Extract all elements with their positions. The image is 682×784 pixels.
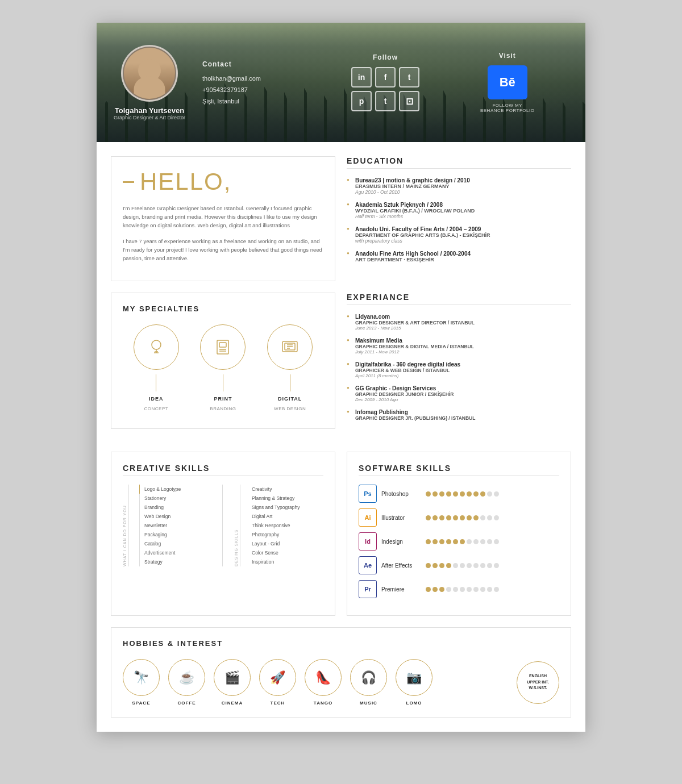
- print-icon: [213, 337, 233, 357]
- creative-skills-title: CREATIVE SKILLS: [123, 464, 323, 476]
- hobby-label: MUSIC: [360, 700, 377, 706]
- list-item: Stationery: [139, 494, 211, 503]
- svg-rect-5: [219, 343, 226, 347]
- skill-dot-filled: [439, 587, 444, 592]
- exp-item-sub: GRAPHIC DESIGNER & ART DIRECTOR / ISTANB…: [355, 320, 571, 326]
- skill-dot-filled: [433, 563, 438, 568]
- skill-dot-filled: [460, 491, 465, 497]
- skill-dot-filled: [446, 539, 451, 544]
- edu-item-sub: DEPARTMENT OF GRAPHIC ARTS (B.F.A.) - ES…: [355, 232, 571, 238]
- linkedin-icon[interactable]: in: [351, 67, 372, 87]
- person-title: Graphic Designer & Art Director: [114, 115, 185, 120]
- social-icons-grid: in f t p t ⊡: [351, 67, 419, 111]
- hobby-label: SPACE: [132, 700, 151, 706]
- education-item: Akademia Sztuk Pięknych / 2008 WYDZIAL G…: [347, 202, 571, 219]
- exp-item-title: Maksimum Media: [355, 337, 571, 344]
- skill-dot-filled: [426, 587, 431, 592]
- idea-circle: [134, 324, 179, 370]
- sw-name: After Effects: [381, 562, 421, 569]
- behance-icon[interactable]: Bē: [488, 65, 527, 99]
- visit-label: Visit: [499, 52, 516, 60]
- experience-item: GG Graphic - Design Services GRAPHIC DES…: [347, 385, 571, 402]
- skill-dot-empty: [487, 587, 492, 592]
- skill-dot-empty: [480, 539, 485, 544]
- exp-item-sub: GRAPHICER & WEB DESIGN / ISTANBUL: [355, 368, 571, 373]
- skill-dot-empty: [460, 587, 465, 592]
- digital-line: [290, 374, 290, 391]
- hobby-circle: 👠: [305, 659, 342, 696]
- sw-name: Premiere: [381, 586, 421, 593]
- skill-dot-empty: [494, 563, 499, 568]
- skill-dot-filled: [460, 515, 465, 520]
- list-item: Layout - Grid: [252, 539, 323, 548]
- specialties-icons: IDEA CONCEPT: [123, 324, 323, 411]
- behance-follow-text: FOLLOW MYBEHANCE PORTFOLIO: [480, 103, 534, 113]
- contact-email: tholkhan@gmail.com: [202, 75, 325, 82]
- skill-dot-filled: [446, 515, 451, 520]
- hobby-label: TANGO: [314, 700, 332, 706]
- education-section: EDUCATION Bureau23 | motion & graphic de…: [347, 156, 571, 281]
- hobby-label: LOMO: [406, 700, 422, 706]
- language-line2: UPPER INT.: [527, 679, 549, 686]
- edu-item-title: Akademia Sztuk Pięknych / 2008: [355, 202, 571, 208]
- skill-dot-empty: [460, 563, 465, 568]
- skills-lists: WHAT I CAN DO FOR YOU Logo & LogotypeSta…: [123, 485, 323, 566]
- experience-section: EXPERIANCE Lidyana.com GRAPHIC DESIGNER …: [347, 293, 571, 440]
- hobby-circle: ☕: [168, 659, 205, 696]
- skill-dot-filled: [467, 491, 472, 497]
- follow-section: Follow in f t p t ⊡: [325, 53, 447, 111]
- skill-dot-empty: [467, 587, 472, 592]
- right-col-label: DESING SKILLS: [234, 485, 240, 566]
- right-skills-list: CreativityPlanning & StrategySigns and T…: [252, 485, 323, 566]
- skill-dot-empty: [453, 563, 458, 568]
- exp-item-title: GG Graphic - Design Services: [355, 385, 571, 391]
- software-skill-item: Ps Photoshop: [359, 485, 559, 503]
- skill-dot-empty: [446, 587, 451, 592]
- hello-dash: [123, 181, 134, 183]
- hello-para1: I'm Freelance Graphic Designer based on …: [123, 204, 323, 230]
- skill-dot-empty: [467, 539, 472, 544]
- sw-icon: Id: [359, 532, 377, 551]
- header: Tolgahan Yurtseven Graphic Designer & Ar…: [97, 23, 585, 142]
- edu-item-title: Anadolu Uni. Faculty of Fine Arts / 2004…: [355, 226, 571, 232]
- sw-dots: [426, 539, 499, 544]
- facebook-icon[interactable]: f: [375, 67, 396, 87]
- idea-label: IDEA: [149, 396, 164, 402]
- hobby-label: COFFE: [177, 700, 196, 706]
- skill-dot-filled: [446, 563, 451, 568]
- edu-item-sub: WYDZIAL GRAFIKI (B.F.A.) / WROCLAW POLAN…: [355, 208, 571, 214]
- experience-item: Lidyana.com GRAPHIC DESIGNER & ART DIREC…: [347, 314, 571, 331]
- contact-location: Şişli, Istanbul: [202, 98, 325, 105]
- hello-heading: HELLO,: [140, 168, 231, 195]
- sw-dots: [426, 491, 499, 497]
- skill-dot-filled: [433, 539, 438, 544]
- hobby-circle: 🎬: [214, 659, 251, 696]
- skill-dot-filled: [473, 515, 479, 520]
- header-content: Tolgahan Yurtseven Graphic Designer & Ar…: [97, 34, 585, 132]
- hello-education-row: HELLO, I'm Freelance Graphic Designer ba…: [111, 156, 571, 281]
- hobby-label: TECH: [271, 700, 285, 706]
- skill-dot-filled: [433, 515, 438, 520]
- software-skill-item: Pr Premiere: [359, 580, 559, 598]
- hobby-item: 🎬 CINEMA: [214, 659, 251, 706]
- instagram-icon[interactable]: ⊡: [399, 91, 419, 111]
- education-item: Bureau23 | motion & graphic design / 201…: [347, 177, 571, 195]
- list-item: Think Responsive: [252, 521, 323, 530]
- list-item: Planning & Strategy: [252, 494, 323, 503]
- list-item: Creativity: [252, 485, 323, 494]
- skill-dot-filled: [433, 491, 438, 497]
- software-skills-section: SOFTWARE SKILLS Ps Photoshop Ai Illustra…: [347, 452, 571, 616]
- hobby-circle: 🚀: [259, 659, 296, 696]
- tumblr-icon[interactable]: t: [375, 91, 396, 111]
- exp-item-title: Digitalfabrika - 360 degree digital idea…: [355, 361, 571, 368]
- skill-dot-empty: [480, 515, 485, 520]
- exp-item-title: Lidyana.com: [355, 314, 571, 320]
- specialties-experience-row: MY SPECIALTIES: [111, 293, 571, 440]
- twitter-icon[interactable]: t: [399, 67, 419, 87]
- skill-dot-filled: [426, 515, 431, 520]
- pinterest-icon[interactable]: p: [351, 91, 372, 111]
- hello-section: HELLO, I'm Freelance Graphic Designer ba…: [111, 156, 335, 281]
- education-item: Anadolu Uni. Faculty of Fine Arts / 2004…: [347, 226, 571, 244]
- skill-dot-empty: [453, 587, 458, 592]
- edu-item-title: Anadolu Fine Arts High School / 2000-200…: [355, 251, 571, 257]
